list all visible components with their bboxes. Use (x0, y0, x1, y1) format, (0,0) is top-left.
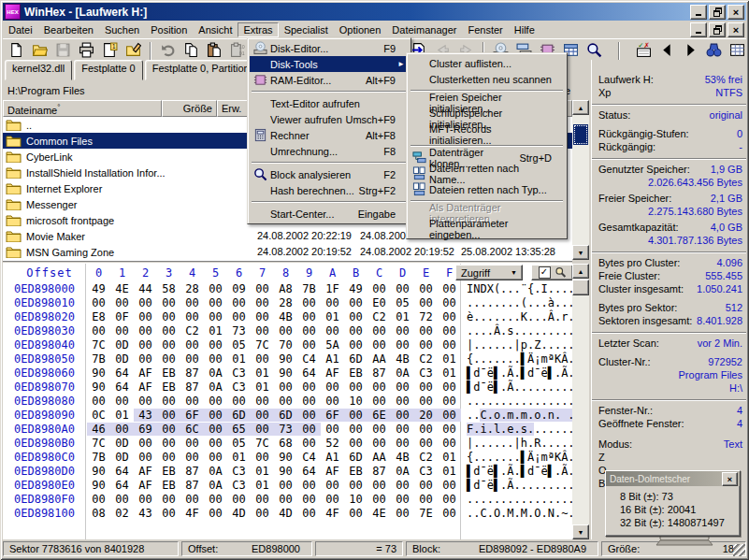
hex-byte[interactable]: 43 (134, 507, 157, 520)
hex-byte[interactable]: 00 (414, 395, 438, 408)
hex-byte[interactable]: 00 (297, 479, 321, 492)
hex-byte[interactable]: 00 (157, 493, 180, 506)
hex-byte[interactable]: 00 (321, 324, 344, 337)
hex-byte[interactable]: 00 (180, 451, 204, 464)
hex-byte[interactable]: 00 (251, 310, 274, 323)
hex-byte[interactable]: 00 (110, 493, 134, 506)
resize-grip[interactable] (733, 544, 745, 556)
hex-byte[interactable]: 01 (438, 352, 461, 366)
hex-ascii[interactable]: ▌d¯ë▌.Ã.▌d¯ë▌.Ã. (467, 465, 572, 478)
hex-byte[interactable]: 00 (297, 507, 321, 520)
hex-byte[interactable]: 00 (321, 296, 344, 309)
hex-byte[interactable]: 00 (204, 423, 227, 436)
hex-byte[interactable]: 00 (438, 324, 461, 337)
hex-byte[interactable]: 00 (344, 409, 367, 422)
hex-row[interactable]: 0ED8980800000000000000000000000100000000… (3, 395, 572, 409)
hex-byte[interactable]: 87 (180, 366, 204, 380)
hex-byte[interactable]: 72 (414, 310, 438, 323)
hex-byte[interactable]: EB (344, 465, 367, 478)
hex-byte[interactable]: 65 (227, 423, 251, 436)
new-file-button[interactable] (5, 41, 28, 61)
hex-byte[interactable]: 90 (274, 451, 297, 464)
hex-byte[interactable]: 01 (321, 310, 344, 323)
hex-byte[interactable]: 01 (227, 451, 251, 464)
menu-bearbeiten[interactable]: Bearbeiten (38, 22, 99, 37)
hex-byte[interactable]: 05 (391, 296, 414, 309)
hex-byte[interactable]: 00 (227, 493, 251, 506)
hex-row[interactable]: 0ED8980F00000000000000000000000100000000… (3, 493, 572, 507)
hex-byte[interactable]: 64 (110, 381, 134, 394)
hex-row[interactable]: 0ED8980A0460069006C006500730000000000000… (3, 423, 572, 437)
extras-menu-item[interactable]: RAM-Editor...Alt+F9 (250, 72, 409, 88)
scrollbar-thumb[interactable] (573, 124, 588, 145)
hex-byte[interactable]: 00 (157, 338, 180, 352)
column-header-name[interactable]: Dateiname° (3, 100, 162, 117)
scroll-down-button[interactable]: ▼ (572, 245, 589, 260)
hex-byte[interactable]: 00 (251, 409, 274, 422)
hex-byte[interactable]: EB (344, 366, 367, 380)
tab-2[interactable]: Festplatte 0 (74, 60, 142, 80)
hex-byte[interactable]: 0A (204, 366, 227, 380)
hex-byte[interactable]: 00 (391, 479, 414, 492)
next-window-button[interactable] (679, 41, 702, 61)
extras-menu-item[interactable]: RechnerAlt+F8 (250, 127, 409, 143)
hex-byte[interactable]: 7C (251, 437, 274, 450)
hex-byte[interactable]: 0A (204, 479, 227, 492)
hex-byte[interactable]: 00 (438, 437, 461, 450)
hex-byte[interactable]: 00 (251, 451, 274, 464)
hex-byte[interactable]: 4F (180, 507, 204, 520)
hex-ascii[interactable]: ........(...à... (467, 296, 572, 309)
hex-byte[interactable]: 00 (391, 381, 414, 394)
hex-byte[interactable]: 02 (110, 507, 134, 520)
hex-byte[interactable]: 7E (414, 507, 438, 520)
hex-byte[interactable]: 10 (344, 395, 367, 408)
hex-byte[interactable]: 0A (204, 465, 227, 478)
menu-hilfe[interactable]: Hilfe (509, 22, 540, 37)
hex-byte[interactable]: 00 (297, 381, 321, 394)
hex-byte[interactable]: 01 (251, 465, 274, 478)
print-button[interactable] (75, 41, 98, 61)
hex-byte[interactable]: 0A (391, 465, 414, 478)
hex-byte[interactable]: 44 (134, 282, 157, 295)
hex-byte[interactable]: 01 (110, 409, 134, 422)
hex-byte[interactable]: 00 (321, 423, 344, 436)
hex-byte[interactable]: 00 (391, 409, 414, 422)
extras-menu-item[interactable]: Disk-Editor...F9 (250, 40, 409, 56)
hex-row[interactable]: 0ED8980609064AFEB870AC3019064AFEB870AC30… (3, 366, 572, 381)
hex-byte[interactable]: 64 (110, 465, 134, 478)
hex-row[interactable]: 0ED8980407C0D00000000057C70005A000000000… (3, 338, 572, 352)
hex-byte[interactable]: 00 (274, 395, 297, 408)
hex-byte[interactable]: 00 (204, 310, 227, 323)
hex-byte[interactable]: 00 (344, 338, 367, 352)
hex-byte[interactable]: 46 (87, 423, 110, 436)
hex-byte[interactable]: 00 (414, 338, 438, 352)
hex-ascii[interactable]: |......|h.R..... (467, 437, 572, 450)
hex-byte[interactable]: 00 (367, 338, 391, 352)
hex-byte[interactable]: 87 (180, 465, 204, 478)
hex-byte[interactable]: 00 (204, 352, 227, 366)
hex-byte[interactable]: 73 (227, 324, 251, 337)
hex-byte[interactable]: 0F (110, 310, 134, 323)
hex-byte[interactable]: 00 (391, 338, 414, 352)
hex-byte[interactable]: 00 (134, 310, 157, 323)
hex-byte[interactable]: 00 (391, 395, 414, 408)
hex-byte[interactable]: 00 (204, 395, 227, 408)
hex-byte[interactable]: 00 (367, 479, 391, 492)
hex-byte[interactable]: 00 (414, 324, 438, 337)
hex-byte[interactable]: 00 (297, 437, 321, 450)
hex-byte[interactable]: 6D (227, 409, 251, 422)
menu-fenster[interactable]: Fenster (462, 22, 508, 37)
hex-byte[interactable]: 90 (87, 479, 110, 492)
hex-byte[interactable]: 00 (110, 395, 134, 408)
hex-byte[interactable]: 00 (227, 310, 251, 323)
hex-byte[interactable]: 00 (438, 409, 461, 422)
previous-window-button[interactable] (655, 41, 679, 61)
hex-byte[interactable]: 4E (367, 507, 391, 520)
hex-byte[interactable]: 08 (87, 507, 110, 520)
hex-byte[interactable]: 6F (180, 409, 204, 422)
hex-row[interactable]: 0ED898000494E445828000900A87B1F490000000… (3, 282, 572, 296)
find-button[interactable] (702, 41, 726, 61)
hex-byte[interactable]: 01 (438, 465, 461, 478)
hex-byte[interactable]: 00 (438, 381, 461, 394)
hex-byte[interactable]: 00 (367, 381, 391, 394)
